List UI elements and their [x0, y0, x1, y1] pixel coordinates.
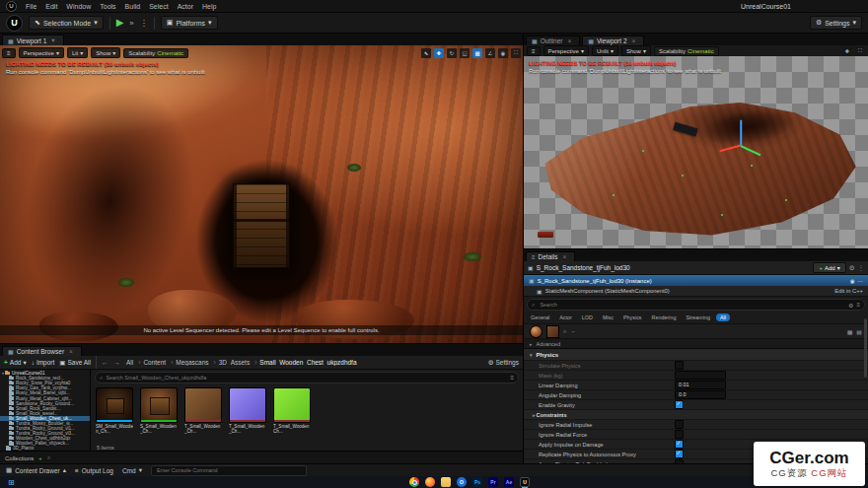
- rotation-snap-icon[interactable]: ∠: [485, 48, 495, 58]
- menu-help[interactable]: Help: [202, 3, 216, 10]
- chip-rendering[interactable]: Rendering: [648, 314, 681, 321]
- details-search-input[interactable]: [538, 301, 845, 309]
- scrollbar[interactable]: [864, 318, 867, 378]
- view-mode-dropdown[interactable]: Unlit▾: [592, 45, 618, 56]
- physics-section-header[interactable]: ▾ Physics: [524, 348, 868, 360]
- content-drawer-button[interactable]: ▦ Content Drawer ▴: [6, 466, 66, 474]
- small-red-mesh[interactable]: [538, 232, 553, 238]
- view-mode-dropdown[interactable]: Lit▾: [67, 47, 88, 58]
- chip-general[interactable]: General: [527, 314, 553, 321]
- scalability-badge[interactable]: ScalabilityCinematic: [123, 48, 188, 58]
- viewport-options-menu[interactable]: ≡: [527, 46, 541, 56]
- gear-icon[interactable]: ⚙: [849, 264, 855, 272]
- settings-dropdown[interactable]: ⚙ Settings ▾: [810, 16, 862, 30]
- value-field[interactable]: 0.01: [675, 381, 726, 389]
- breadcrumb-all[interactable]: All: [125, 359, 134, 366]
- show-dropdown[interactable]: Show▾: [621, 45, 651, 56]
- asset-search-input[interactable]: [106, 375, 507, 381]
- cmd-dropdown[interactable]: Cmd ▾: [122, 466, 142, 474]
- grid-snap-icon[interactable]: ▦: [472, 48, 482, 58]
- tab-details[interactable]: ≡ Details ×: [526, 251, 575, 261]
- more-options-icon[interactable]: ⋮: [858, 264, 865, 272]
- import-button[interactable]: ↓Import: [32, 359, 55, 366]
- add-content-button[interactable]: +Add▾: [4, 359, 27, 367]
- maximize-viewport-icon[interactable]: ⛶: [855, 46, 865, 56]
- value-field[interactable]: [675, 371, 726, 380]
- output-log-button[interactable]: ≡ Output Log: [75, 467, 113, 474]
- chip-lod[interactable]: LOD: [578, 314, 597, 321]
- maximize-viewport-icon[interactable]: ⛶: [511, 48, 521, 58]
- use-selected-icon[interactable]: ←: [570, 328, 576, 334]
- camera-speed-icon[interactable]: ◉: [498, 48, 508, 58]
- close-icon[interactable]: ×: [69, 348, 73, 355]
- tab-viewport-2[interactable]: ▦ Viewport 2 ×: [582, 35, 644, 45]
- scalability-badge[interactable]: ScalabilityCinematic: [654, 46, 719, 56]
- gear-icon[interactable]: ⚙: [848, 302, 853, 309]
- caret-icon[interactable]: ▾: [2, 371, 4, 376]
- checkbox[interactable]: [675, 440, 684, 449]
- close-icon[interactable]: ×: [567, 37, 571, 44]
- unreal-engine-taskbar-icon[interactable]: U: [520, 477, 530, 487]
- gizmo-select-icon[interactable]: ⬉: [421, 48, 431, 58]
- perspective-dropdown[interactable]: Perspective▾: [19, 47, 64, 58]
- close-icon[interactable]: ×: [562, 253, 566, 260]
- browser-icon[interactable]: O: [457, 477, 467, 487]
- play-button[interactable]: ▶: [116, 18, 124, 28]
- rock-sandstone-mesh[interactable]: [539, 94, 859, 240]
- chrome-icon[interactable]: [409, 477, 419, 487]
- component-row-instance[interactable]: ▣ S_Rock_Sandstone_tjFuh_lod30 (Instance…: [524, 275, 868, 286]
- menu-actor[interactable]: Actor: [178, 3, 193, 10]
- skip-frame-button[interactable]: »: [129, 19, 133, 28]
- add-collection-icon[interactable]: +: [38, 455, 42, 461]
- photoshop-icon[interactable]: Ps: [472, 477, 482, 487]
- transform-gizmo[interactable]: [717, 115, 776, 165]
- menu-file[interactable]: File: [26, 3, 36, 10]
- gizmo-z-axis[interactable]: [740, 120, 742, 146]
- breadcrumb-3d-assets[interactable]: 3D_Assets: [210, 359, 252, 366]
- filter-icon[interactable]: ≡: [510, 375, 514, 381]
- list-icon[interactable]: ≡: [856, 302, 860, 308]
- checkbox[interactable]: [675, 450, 684, 458]
- chip-physics[interactable]: Physics: [619, 314, 646, 321]
- checkbox[interactable]: [675, 430, 684, 439]
- collections-label[interactable]: Collections: [5, 455, 34, 461]
- menu-select[interactable]: Select: [149, 3, 168, 10]
- asset-tile[interactable]: T_Small_WoodenCh...: [273, 387, 311, 434]
- back-icon[interactable]: ←: [102, 359, 108, 366]
- breadcrumb-current-folder[interactable]: Small_Wooden_Chest_ukpzdhdfa: [251, 359, 357, 366]
- browse-icon[interactable]: ⌕: [563, 328, 566, 335]
- file-explorer-icon[interactable]: [441, 477, 451, 487]
- viewport-options-menu[interactable]: ≡: [2, 48, 16, 58]
- add-component-button[interactable]: +Add▾: [813, 262, 845, 273]
- advanced-section-row[interactable]: ▸ Advanced: [524, 338, 868, 348]
- asset-tile[interactable]: T_Small_Wooden_Ch...: [184, 387, 222, 434]
- windows-start-icon[interactable]: ⊞: [8, 478, 15, 487]
- breadcrumb-content[interactable]: Content: [134, 359, 167, 366]
- premiere-icon[interactable]: Pr: [488, 477, 498, 487]
- save-all-button[interactable]: ▣Save All: [59, 359, 91, 367]
- menu-edit[interactable]: Edit: [45, 3, 57, 10]
- asset-tile[interactable]: T_Small_Wooden_Ch...: [229, 387, 266, 434]
- checkbox[interactable]: [675, 361, 684, 370]
- forward-icon[interactable]: →: [113, 359, 120, 366]
- after-effects-icon[interactable]: Ae: [504, 477, 514, 487]
- gizmo-scale-icon[interactable]: ◱: [460, 48, 470, 58]
- folder-icon[interactable]: ▤: [856, 328, 862, 335]
- breadcrumb-megascans[interactable]: Megascans: [167, 359, 209, 366]
- close-icon[interactable]: ×: [632, 37, 636, 44]
- tab-outliner[interactable]: ▦ Outliner ×: [526, 35, 580, 45]
- value-field[interactable]: 0.0: [675, 390, 726, 399]
- firefox-icon[interactable]: [425, 477, 435, 487]
- chip-actor[interactable]: Actor: [555, 314, 576, 321]
- mesh-thumbnail[interactable]: [546, 325, 559, 338]
- menu-build[interactable]: Build: [125, 3, 141, 10]
- viewport-1-scene[interactable]: ≡ Perspective▾ Lit▾ Show▾ ScalabilityCin…: [0, 45, 523, 343]
- tab-viewport-1[interactable]: ▦ Viewport 1 ▾: [2, 35, 64, 45]
- chip-all[interactable]: All: [716, 314, 730, 321]
- viewport-2-scene[interactable]: LIGHTING NEEDS TO BE REBUILT (39 unbuilt…: [523, 56, 868, 248]
- grid-view-icon[interactable]: ▦: [847, 328, 853, 335]
- edit-in-cpp-link[interactable]: Edit in C++: [834, 288, 863, 294]
- constraints-subsection[interactable]: ▸ Constraints: [524, 409, 868, 419]
- console-command-input[interactable]: [155, 466, 303, 474]
- menu-tools[interactable]: Tools: [100, 3, 115, 10]
